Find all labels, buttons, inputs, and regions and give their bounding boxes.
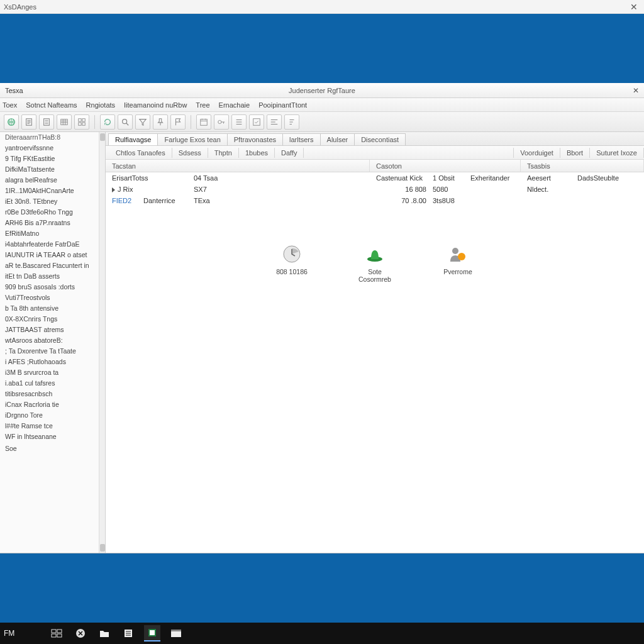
taskbar-window-icon[interactable] bbox=[168, 625, 184, 641]
tab[interactable]: larltsers bbox=[282, 133, 321, 145]
nav-item[interactable]: Soe bbox=[0, 443, 105, 454]
taskbar-taskview-icon[interactable] bbox=[48, 625, 65, 641]
nav-item[interactable]: i4abtahrfeaterde FatrDaE bbox=[0, 239, 105, 250]
nav-item[interactable]: wtAsroos abatoreB: bbox=[0, 335, 105, 346]
nav-scrollbar[interactable] bbox=[99, 132, 105, 553]
menu-item[interactable]: Rngiotats bbox=[86, 101, 115, 109]
taskbar-close-icon[interactable] bbox=[72, 625, 89, 641]
nav-item[interactable]: yantroervifssnne bbox=[0, 143, 105, 153]
nav-item[interactable]: i3M B srvurcroa ta bbox=[0, 367, 105, 378]
nav-item[interactable]: alagra belReafrse bbox=[0, 175, 105, 186]
globe-icon[interactable] bbox=[4, 114, 19, 130]
main-tabs: Rulfiavagse Farluge Exos tean Pftravonas… bbox=[106, 132, 644, 146]
column-header[interactable]: Casoton bbox=[370, 160, 521, 172]
filter-icon[interactable] bbox=[135, 114, 150, 130]
segment[interactable]: Daffy bbox=[275, 148, 304, 158]
page-icon[interactable] bbox=[21, 114, 36, 130]
menu-item[interactable]: PooipinantTtont bbox=[258, 101, 307, 109]
align-icon[interactable] bbox=[267, 114, 282, 130]
inner-window-title-left: Tesxa bbox=[5, 87, 23, 94]
nav-tree[interactable]: DiteraaarrnTHaB:8yantroervifssnne9 Tifg … bbox=[0, 132, 106, 553]
column-header[interactable]: Tsasbis bbox=[521, 160, 644, 172]
refresh-icon[interactable] bbox=[100, 114, 115, 130]
nav-item[interactable]: DiteraaarrnTHaB:8 bbox=[0, 132, 105, 143]
nav-item[interactable]: i AFES ;Rutlohaoads bbox=[0, 357, 105, 367]
nav-item[interactable]: 9 Tifg FKtEastitie bbox=[0, 153, 105, 164]
nav-item[interactable]: DifkiMaTtatsente bbox=[0, 164, 105, 175]
nav-item[interactable]: b Ta 8th antensive bbox=[0, 303, 105, 314]
key-icon[interactable] bbox=[214, 114, 229, 130]
table-icon[interactable] bbox=[57, 114, 72, 130]
widget-people[interactable]: Pverrome bbox=[435, 244, 480, 283]
nav-item[interactable]: titibsresacnbsch bbox=[0, 389, 105, 399]
nav-item[interactable]: 1IR..1M0AktHCnanArte bbox=[0, 186, 105, 196]
nav-item[interactable]: l##te Ramse tce bbox=[0, 421, 105, 431]
nav-item[interactable]: EfRitiMatno bbox=[0, 228, 105, 239]
checklist-icon[interactable] bbox=[249, 114, 264, 130]
menu-item[interactable]: Iiteamanoind nuRbw bbox=[124, 101, 187, 109]
search-icon[interactable] bbox=[118, 114, 133, 130]
menu-item[interactable]: Toex bbox=[3, 101, 17, 109]
segment[interactable]: 1bubes bbox=[239, 148, 275, 158]
widget-clock[interactable]: 808 10186 bbox=[269, 244, 314, 283]
tab[interactable]: Disecontiast bbox=[354, 133, 406, 145]
taskbar-app-active-icon[interactable] bbox=[144, 625, 160, 641]
widget-label: Pverrome bbox=[443, 268, 472, 275]
expand-arrow-icon[interactable] bbox=[112, 187, 115, 192]
grid-icon[interactable] bbox=[74, 114, 89, 130]
nav-item[interactable]: IAUNUTR iA TEAAR o atset bbox=[0, 250, 105, 260]
nav-item[interactable]: aR te.Bascared Ftacuntert in bbox=[0, 260, 105, 271]
table-row[interactable]: ErisartTotss 04 Tsaa Castenuat Kick 1 Ob… bbox=[106, 172, 644, 184]
menu-item[interactable]: Sotnct Nafteams bbox=[26, 101, 77, 109]
pin-icon[interactable] bbox=[153, 114, 168, 130]
segment[interactable]: Sdsess bbox=[172, 148, 208, 158]
calendar-icon[interactable] bbox=[196, 114, 211, 130]
cell: SX7 bbox=[194, 186, 376, 193]
nav-item[interactable]: iDrgnno Tore bbox=[0, 410, 105, 421]
tab[interactable]: Farluge Exos tean bbox=[157, 133, 227, 145]
segment[interactable]: Voorduiget bbox=[513, 148, 560, 158]
scroll-down-icon[interactable] bbox=[100, 544, 105, 552]
cell-link[interactable]: FIED2 bbox=[112, 197, 143, 204]
widget-hat[interactable]: Sote Cosormreb bbox=[352, 244, 397, 283]
list-icon[interactable] bbox=[231, 114, 247, 130]
tab[interactable]: Alulser bbox=[320, 133, 355, 145]
taskbar-app-icon[interactable] bbox=[120, 625, 136, 641]
tab[interactable]: Pftravonastes bbox=[227, 133, 283, 145]
nav-item[interactable]: itEt tn DaB asserts bbox=[0, 271, 105, 282]
blue-banner-top bbox=[0, 14, 644, 83]
nav-item[interactable]: 909 bruS asosaIs :dorts bbox=[0, 282, 105, 292]
menu-item[interactable]: Tree bbox=[196, 101, 209, 109]
segment[interactable]: Bbort bbox=[560, 148, 590, 158]
flag-icon[interactable] bbox=[170, 114, 186, 130]
segment[interactable]: Chtlos Tanaofes bbox=[109, 148, 172, 158]
segment[interactable]: Suturet Ixoze bbox=[590, 148, 644, 158]
nav-item[interactable]: iEt 30n8. TEtbney bbox=[0, 196, 105, 207]
scroll-up-icon[interactable] bbox=[100, 133, 105, 141]
nav-item[interactable]: i.aba1 cul tafsres bbox=[0, 378, 105, 389]
nav-item[interactable]: JATTBAAST atrems bbox=[0, 325, 105, 335]
inner-close-button[interactable]: ✕ bbox=[633, 86, 639, 95]
column-header[interactable]: Tacstan bbox=[106, 160, 370, 172]
segment[interactable]: Thptn bbox=[208, 148, 239, 158]
table-row[interactable]: FIED2 Danterrice TExa 70 .8.00 3ts8U8 bbox=[106, 195, 644, 206]
nav-item[interactable]: 0X-8XCnrirs Tngs bbox=[0, 314, 105, 325]
taskbar-time: FM bbox=[4, 629, 14, 638]
nav-item[interactable]: iCnax Racrloria tie bbox=[0, 399, 105, 410]
table-row[interactable]: J Rix SX7 16 808 5080 Nldect. bbox=[106, 184, 644, 195]
nav-item[interactable]: r0Be D3tfe6oRho Tngg bbox=[0, 207, 105, 218]
people-icon bbox=[448, 244, 468, 264]
nav-item[interactable]: ; Ta Dxorentve Ta tTaate bbox=[0, 346, 105, 357]
taskbar: FM bbox=[0, 623, 644, 644]
document-icon[interactable] bbox=[39, 114, 54, 130]
svg-rect-1 bbox=[26, 118, 32, 125]
tab[interactable]: Rulfiavagse bbox=[108, 133, 158, 145]
cell: Nldect. bbox=[527, 186, 577, 193]
menu-item[interactable]: Ernachaie bbox=[219, 101, 250, 109]
nav-item[interactable]: WF in lhtseanane bbox=[0, 431, 105, 442]
sort-icon[interactable] bbox=[284, 114, 299, 130]
nav-item[interactable]: ARH6 Bis a7P.nraatns bbox=[0, 218, 105, 228]
taskbar-folder-icon[interactable] bbox=[96, 625, 113, 641]
outer-close-button[interactable]: ✕ bbox=[628, 2, 640, 12]
nav-item[interactable]: Vuti7Treostvols bbox=[0, 292, 105, 303]
